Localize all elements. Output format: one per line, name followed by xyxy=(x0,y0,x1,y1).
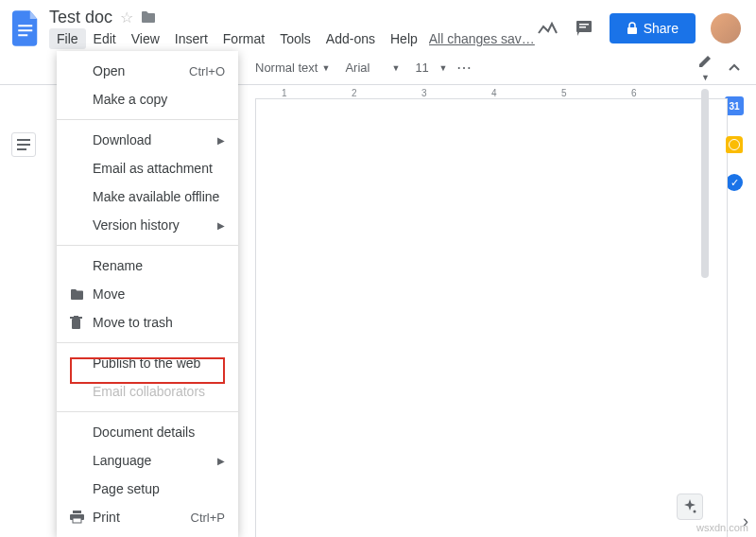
chevron-right-icon: ▶ xyxy=(217,220,225,231)
calendar-icon[interactable]: 31 xyxy=(725,96,744,115)
watermark: wsxdn.com xyxy=(696,522,748,533)
ruler-tick: 4 xyxy=(491,88,497,98)
vertical-scrollbar[interactable] xyxy=(701,89,709,278)
svg-rect-1 xyxy=(18,29,32,31)
menu-publish-to-web[interactable]: Publish to the web xyxy=(57,349,238,377)
outline-button[interactable] xyxy=(11,132,36,157)
avatar[interactable] xyxy=(711,13,741,43)
chevron-right-icon: ▶ xyxy=(217,135,225,146)
edit-mode-icon[interactable]: ▼ xyxy=(697,52,714,83)
menu-edit[interactable]: Edit xyxy=(86,28,124,49)
menu-insert[interactable]: Insert xyxy=(167,28,215,49)
menu-divider xyxy=(57,119,238,120)
share-button[interactable]: Share xyxy=(610,13,696,43)
left-gutter xyxy=(0,85,47,537)
menu-version-history[interactable]: Version history▶ xyxy=(57,211,238,239)
menu-page-setup[interactable]: Page setup xyxy=(57,475,238,503)
docs-logo[interactable] xyxy=(9,11,43,45)
menu-format[interactable]: Format xyxy=(215,28,272,49)
svg-rect-8 xyxy=(17,144,30,146)
style-label: Normal text xyxy=(255,61,318,75)
menu-divider xyxy=(57,342,238,343)
menu-document-details[interactable]: Document details xyxy=(57,418,238,446)
svg-rect-9 xyxy=(17,148,26,150)
ruler-tick: 1 xyxy=(282,88,287,98)
explore-button[interactable] xyxy=(677,494,703,520)
print-icon xyxy=(70,511,93,524)
svg-rect-12 xyxy=(74,316,78,318)
document-title[interactable]: Test doc xyxy=(49,8,112,27)
menu-download[interactable]: Download▶ xyxy=(57,126,238,154)
menu-file[interactable]: File xyxy=(49,28,86,49)
menu-help[interactable]: Help xyxy=(383,28,425,49)
chevron-right-icon: ▶ xyxy=(217,456,225,466)
ruler-tick: 6 xyxy=(631,88,637,98)
svg-rect-7 xyxy=(17,139,30,141)
chevron-down-icon: ▼ xyxy=(321,63,330,73)
menu-email-collaborators: Email collaborators xyxy=(57,377,238,406)
header: Test doc ☆ File Edit View Insert Format … xyxy=(0,0,756,51)
svg-rect-6 xyxy=(627,27,637,34)
font-size-select[interactable]: 11 ▼ xyxy=(409,57,453,78)
menu-addons[interactable]: Add-ons xyxy=(318,28,383,49)
share-label: Share xyxy=(644,21,679,36)
title-area: Test doc ☆ File Edit View Insert Format … xyxy=(49,7,538,50)
menu-tools[interactable]: Tools xyxy=(272,28,318,49)
svg-point-16 xyxy=(694,511,696,513)
lock-icon xyxy=(627,22,638,35)
menu-make-offline[interactable]: Make available offline xyxy=(57,182,238,211)
menu-language[interactable]: Language▶ xyxy=(57,446,238,475)
menu-rename[interactable]: Rename xyxy=(57,251,238,280)
menu-view[interactable]: View xyxy=(124,28,167,49)
menu-divider xyxy=(57,411,238,412)
menu-move[interactable]: Move xyxy=(57,280,238,308)
svg-rect-13 xyxy=(73,511,81,513)
svg-rect-5 xyxy=(579,26,586,28)
document-page[interactable] xyxy=(255,98,728,537)
save-status[interactable]: All changes sav… xyxy=(429,31,535,46)
paragraph-style-select[interactable]: Normal text ▼ xyxy=(249,57,335,78)
ruler-tick: 2 xyxy=(352,88,357,98)
menu-make-copy[interactable]: Make a copy xyxy=(57,85,238,113)
svg-rect-15 xyxy=(73,518,81,523)
menubar: File Edit View Insert Format Tools Add-o… xyxy=(49,27,538,50)
chevron-down-icon: ▼ xyxy=(391,63,400,73)
size-label: 11 xyxy=(415,61,428,75)
svg-rect-0 xyxy=(18,25,32,26)
comments-icon[interactable] xyxy=(574,18,594,39)
font-label: Arial xyxy=(345,61,369,75)
chevron-down-icon: ▼ xyxy=(438,63,447,73)
menu-email-attachment[interactable]: Email as attachment xyxy=(57,154,238,182)
collapse-icon[interactable] xyxy=(728,61,741,75)
keep-icon[interactable] xyxy=(726,136,743,153)
folder-icon[interactable] xyxy=(141,10,156,24)
ruler-tick: 5 xyxy=(561,88,567,98)
activity-icon[interactable] xyxy=(538,21,558,36)
folder-icon xyxy=(70,288,93,301)
star-icon[interactable]: ☆ xyxy=(120,9,133,26)
menu-open[interactable]: OpenCtrl+O xyxy=(57,57,238,85)
tasks-icon[interactable]: ✓ xyxy=(726,174,743,191)
svg-rect-10 xyxy=(72,319,80,329)
font-select[interactable]: Arial ▼ xyxy=(339,57,405,78)
file-dropdown-menu: OpenCtrl+O Make a copy Download▶ Email a… xyxy=(57,51,238,537)
header-actions: Share xyxy=(538,13,741,43)
svg-rect-4 xyxy=(579,24,589,26)
trash-icon xyxy=(70,316,93,330)
menu-divider xyxy=(57,245,238,246)
toolbar-more[interactable]: ⋯ xyxy=(456,59,473,77)
menu-print[interactable]: PrintCtrl+P xyxy=(57,503,238,531)
svg-rect-2 xyxy=(18,34,27,36)
menu-move-to-trash[interactable]: Move to trash xyxy=(57,308,238,337)
ruler-tick: 3 xyxy=(421,88,427,98)
